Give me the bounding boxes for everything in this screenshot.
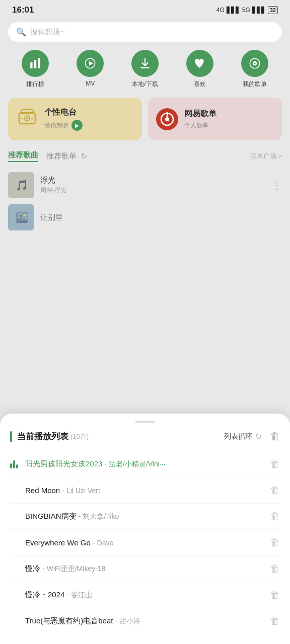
search-icon: 🔍 [16,27,26,37]
playlist-item-6[interactable]: 慢冷・2024 - 谷江山 🗑 [10,582,280,608]
status-bar: 16:01 4G ▋▋▋ 5G ▋▋▋ 32 [0,0,290,18]
playlist-item-5[interactable]: 慢冷 - WiFi歪歪/Mikey-18 🗑 [10,556,280,582]
signal-bars-icon: ▋▋▋ [227,7,240,14]
like-icon [186,50,213,77]
playlist-item-3[interactable]: BINGBIAN病变 - 刘大拿/Tiko 🗑 [10,504,280,530]
svg-point-15 [165,117,169,121]
tab-recommend-playlist[interactable]: 推荐歌单 [46,151,77,161]
charts-label: 排行榜 [26,80,44,89]
tabs-row: 推荐歌曲 推荐歌单 ↻ 歌单广场 > [8,150,282,162]
download-label: 本地/下载 [132,80,158,89]
nav-mv[interactable]: MV [77,50,104,89]
playlist-item-4[interactable]: Everywhere We Go - Dave 🗑 [10,530,280,556]
mylist-icon [241,50,268,77]
nav-like[interactable]: 喜欢 [186,50,213,89]
like-label: 喜欢 [194,80,206,89]
nav-mylist[interactable]: 我的歌单 [241,50,268,89]
song-title-1: 浮光 [40,176,266,185]
playlist-action-7[interactable]: 🗑 [270,615,280,627]
download-icon [131,50,159,77]
playlist-title-7: True(与恶魔有约)电音beat - 甜小渟 [25,616,140,625]
netease-icon [156,108,178,130]
song-thumb-1: 🎵 [8,172,34,198]
playlist-action-3[interactable]: 🗑 [270,511,280,522]
netease-title: 网易歌单 [184,109,216,119]
radio-title: 个性电台 [44,107,83,118]
playlist-title-4: Everywhere We Go - Dave [25,538,113,547]
svg-rect-2 [38,58,40,68]
loop-label: 列表循环 [224,432,252,441]
search-bar[interactable]: 🔍 搜你想搜~ [8,22,282,42]
radio-play-btn[interactable]: ▶ [71,120,83,131]
svg-rect-1 [34,60,36,68]
svg-text:🌃: 🌃 [16,211,28,223]
playlist-item-1[interactable]: 阳光男孩阳光女孩2023 - 法老/小精灵/Vini··· 🗑 [10,451,280,477]
netease-sub: 个人歌单 [184,121,216,130]
playlist-item-2[interactable]: Red Moon - Lil Uzi Vert 🗑 [10,477,280,504]
playlist-title-2: Red Moon - Lil Uzi Vert [25,486,100,495]
playlist-title-3: BINGBIAN病变 - 刘大拿/Tiko [25,512,119,520]
mv-icon [77,50,104,77]
radio-icon [16,106,38,132]
playlist-item-7[interactable]: True(与恶魔有约)电音beat - 甜小渟 🗑 [10,608,280,634]
playing-indicator [10,460,21,468]
svg-point-11 [26,117,28,119]
quick-nav: 排行榜 MV 本地/下载 喜欢 我的歌单 [8,50,282,89]
svg-point-7 [254,62,255,64]
nav-download[interactable]: 本地/下载 [131,50,159,89]
playlist-title-1: 阳光男孩阳光女孩2023 - 法老/小精灵/Vini··· [25,459,166,468]
signal-bars2-icon: ▋▋▋ [252,7,266,14]
netease-card[interactable]: 网易歌单 个人歌单 [148,98,282,140]
playlist: 阳光男孩阳光女孩2023 - 法老/小精灵/Vini··· 🗑 Red Moon… [10,451,280,634]
cards-row: 个性电台 懂你想听 ▶ 网易歌单 个人歌单 [8,98,282,140]
signal-4g-icon: 4G [216,7,225,14]
loop-icon: ↻ [255,432,262,441]
sheet-handle [135,421,155,423]
playlist-action-2[interactable]: 🗑 [270,485,280,496]
sheet-loop[interactable]: 列表循环 ↻ [224,432,262,441]
svg-marker-4 [89,61,94,66]
song-artist-1: 周深-浮光 [40,186,266,195]
charts-icon [22,50,49,77]
tab-recommend-songs[interactable]: 推荐歌曲 [8,150,38,162]
song-thumb-2: 🌃 [8,204,34,230]
song-item-2[interactable]: 🌃 让别里 [8,201,282,233]
sheet-header: 当前播放列表 (10首) 列表循环 ↻ 🗑 [10,431,280,442]
playlist-title-5: 慢冷 - WiFi歪歪/Mikey-18 [25,564,105,573]
playlist-title-6: 慢冷・2024 - 谷江山 [25,590,92,599]
sheet-title: 当前播放列表 [17,431,68,442]
playlist-market-link[interactable]: 歌单广场 > [250,152,282,161]
radio-sub: 懂你想听 ▶ [44,120,83,131]
status-time: 16:01 [12,5,34,15]
svg-text:🎵: 🎵 [16,179,28,191]
battery-indicator: 32 [268,6,278,14]
playlist-action-6[interactable]: 🗑 [270,589,280,601]
radio-card[interactable]: 个性电台 懂你想听 ▶ [8,98,142,140]
song-item-1[interactable]: 🎵 浮光 周深-浮光 ⋮ [8,169,282,201]
refresh-icon[interactable]: ↻ [81,151,87,161]
playlist-action-1[interactable]: 🗑 [270,458,280,470]
main-content: 🔍 搜你想搜~ 排行榜 MV 本地/下载 喜欢 [0,22,290,233]
sheet-count: (10首) [70,432,89,441]
playlist-action-4[interactable]: 🗑 [270,537,280,548]
sheet-title-bar [10,431,12,442]
song-title-2: 让别里 [40,213,282,222]
playlist-action-5[interactable]: 🗑 [270,563,280,575]
nav-charts[interactable]: 排行榜 [22,50,49,89]
signal-5g-icon: 5G [242,7,250,14]
song-more-1[interactable]: ⋮ [272,179,282,191]
status-icons: 4G ▋▋▋ 5G ▋▋▋ 32 [216,6,278,14]
bottom-sheet: 当前播放列表 (10首) 列表循环 ↻ 🗑 阳光男孩阳光女孩2023 - 法老/… [0,414,290,644]
song-list-bg: 🎵 浮光 周深-浮光 ⋮ 🌃 让别里 [8,169,282,233]
svg-rect-0 [31,62,33,68]
delete-all-icon[interactable]: 🗑 [270,431,280,442]
search-placeholder: 搜你想搜~ [30,27,65,37]
mylist-label: 我的歌单 [243,80,267,89]
svg-point-17 [166,112,168,114]
mv-label: MV [86,80,95,87]
